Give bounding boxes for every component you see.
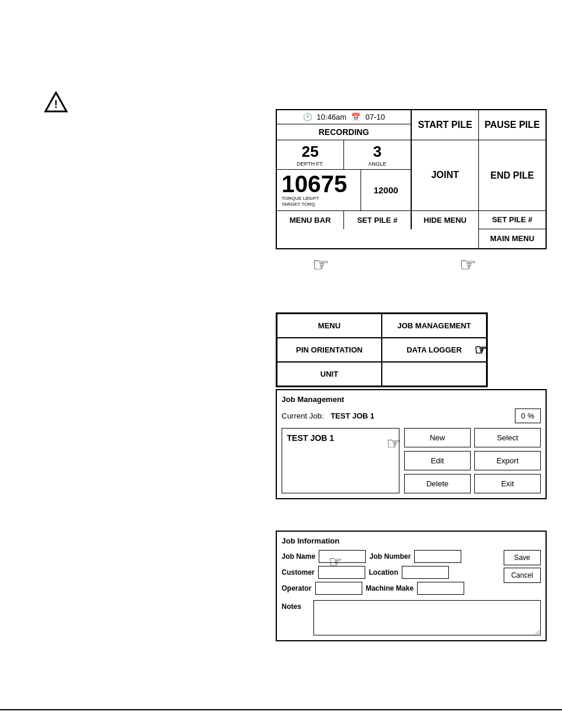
job-management-title: Job Management (282, 395, 541, 404)
menu-item-unit[interactable]: UNIT (277, 362, 382, 386)
date-display: 07-10 (365, 113, 385, 121)
machine-make-label: Machine Make (366, 584, 414, 592)
machine-make-input[interactable] (417, 582, 464, 595)
job-name-input[interactable] (319, 550, 366, 563)
main-menu-popup: MENU JOB MANAGEMENT PIN ORIENTATION DATA… (276, 312, 488, 387)
select-button[interactable]: Select (474, 428, 541, 447)
job-information-title: Job Information (282, 536, 541, 545)
warning-icon: ! (44, 91, 68, 115)
job-list-item: TEST JOB 1 (287, 433, 334, 443)
location-input[interactable] (402, 566, 449, 579)
pause-pile-button[interactable]: PAUSE PILE (478, 110, 546, 140)
angle-display: 3 ANGLE (344, 140, 411, 169)
time-display: 10:46am (317, 113, 347, 121)
form-row-3: Operator Machine Make (282, 582, 497, 595)
operator-label: Operator (282, 584, 312, 592)
set-pile-number-button-right[interactable]: SET PILE # (478, 211, 546, 230)
operator-input[interactable] (315, 582, 362, 595)
location-label: Location (369, 568, 398, 577)
hide-menu-button[interactable]: HIDE MENU (411, 211, 478, 230)
job-form-fields: Job Name Job Number Customer Location Op… (282, 550, 497, 598)
menu-item-data-logger[interactable]: DATA LOGGER ☞ (382, 338, 487, 362)
job-form-area: ☞ Job Name Job Number Customer Location … (282, 550, 541, 598)
recording-status: RECORDING (277, 124, 411, 140)
header-bar: 🕐 10:46am 📅 07-10 (277, 110, 411, 124)
hand-cursor-data-logger: ☞ (474, 342, 487, 358)
torque-display: 10675 TORQUE LBS/FT TARGET TORQ (277, 170, 361, 210)
customer-label: Customer (282, 568, 315, 577)
job-number-input[interactable] (414, 550, 461, 563)
hand-cursor-new: ☞ (386, 434, 401, 453)
delete-button[interactable]: Delete (404, 474, 471, 493)
edit-button[interactable]: Edit (404, 451, 471, 470)
menu-item-job-management[interactable]: JOB MANAGEMENT (382, 314, 487, 338)
form-row-1: Job Name Job Number (282, 550, 497, 563)
torque-labels: TORQUE LBS/FT TARGET TORQ (282, 196, 356, 208)
svg-text:!: ! (54, 98, 58, 110)
set-pile-number-button[interactable]: SET PILE # (344, 211, 411, 230)
notes-row: Notes (282, 600, 541, 635)
current-job-label: Current Job: (282, 411, 324, 420)
menu-item-pin-orientation[interactable]: PIN ORIENTATION (277, 338, 382, 362)
hand-cursor-jobname: ☞ (329, 553, 342, 571)
current-job-value: TEST JOB 1 (330, 411, 374, 420)
target-torque-display: 12000 (361, 170, 411, 210)
exit-button[interactable]: Exit (474, 474, 541, 493)
depth-display: 25 DEPTH FT. (277, 140, 344, 169)
angle-label: ANGLE (349, 161, 406, 167)
export-button[interactable]: Export (474, 451, 541, 470)
current-job-row: Current Job: TEST JOB 1 0 % (282, 409, 541, 423)
form-row-2: Customer Location (282, 566, 497, 579)
job-action-area: ☞ New Select Edit Export Delete Ex (404, 428, 541, 493)
control-panel: 🕐 10:46am 📅 07-10 START PILE PAUSE PILE … (276, 109, 547, 249)
clock-icon: 🕐 (303, 113, 312, 121)
job-name-label: Job Name (282, 552, 315, 561)
progress-badge: 0 % (515, 409, 541, 423)
angle-value: 3 (349, 143, 406, 161)
bottom-btn-row: MENU BAR SET PILE # (277, 211, 411, 230)
end-pile-button[interactable]: END PILE (478, 140, 546, 211)
job-information-panel: Job Information ☞ Job Name Job Number Cu… (276, 531, 547, 641)
depth-angle-row: 25 DEPTH FT. 3 ANGLE (277, 140, 411, 170)
bottom-divider (0, 709, 562, 710)
calendar-icon: 📅 (351, 113, 361, 121)
job-list-box: TEST JOB 1 (282, 428, 399, 493)
save-button[interactable]: Save (504, 550, 541, 565)
menu-bar-button[interactable]: MENU BAR (277, 211, 344, 230)
job-management-panel: Job Management Current Job: TEST JOB 1 0… (276, 389, 547, 499)
joint-button[interactable]: JOINT (411, 140, 478, 211)
notes-textarea[interactable] (313, 600, 541, 635)
hand-cursor-main-menu: ☞ (459, 253, 477, 276)
depth-label: DEPTH FT. (282, 161, 339, 167)
depth-value: 25 (282, 143, 339, 161)
main-menu-button[interactable]: MAIN MENU (478, 229, 546, 248)
hand-cursor-menu-bar: ☞ (312, 253, 329, 276)
cancel-button[interactable]: Cancel (504, 568, 541, 583)
job-buttons-grid: New Select Edit Export Delete Exit (404, 428, 541, 493)
job-list-area: TEST JOB 1 ☞ New Select Edit Export Dele… (282, 428, 541, 493)
new-button[interactable]: New (404, 428, 471, 447)
torque-value: 10675 (282, 171, 347, 197)
menu-item-menu[interactable]: MENU (277, 314, 382, 338)
form-action-buttons: Save Cancel (504, 550, 541, 583)
start-pile-button[interactable]: START PILE (411, 110, 478, 140)
torque-row: 10675 TORQUE LBS/FT TARGET TORQ 12000 (277, 170, 411, 211)
job-number-label: Job Number (369, 552, 411, 561)
notes-label: Notes (282, 600, 310, 611)
